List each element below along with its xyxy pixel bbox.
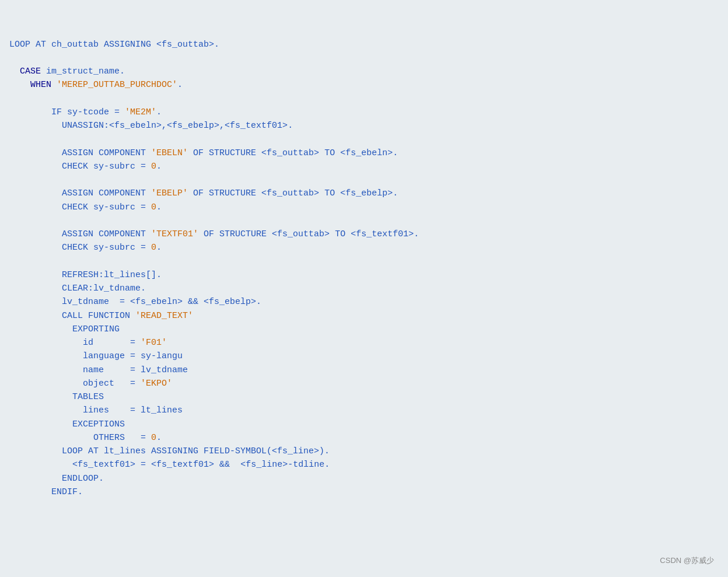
code-line: CHECK sy-subrc = 0. bbox=[9, 201, 719, 214]
code-line: WHEN 'MEREP_OUTTAB_PURCHDOC'. bbox=[9, 78, 719, 92]
code-line bbox=[9, 173, 719, 187]
code-line: <fs_textf01> = <fs_textf01> && <fs_line>… bbox=[9, 458, 719, 471]
code-line: EXCEPTIONS bbox=[9, 418, 719, 431]
code-line: LOOP AT ch_outtab ASSIGNING <fs_outtab>. bbox=[9, 38, 719, 51]
code-line: LOOP AT lt_lines ASSIGNING FIELD-SYMBOL(… bbox=[9, 445, 719, 458]
code-line bbox=[9, 92, 719, 106]
code-line bbox=[9, 51, 719, 65]
code-line bbox=[9, 214, 719, 228]
code-line: name = lv_tdname bbox=[9, 363, 719, 377]
code-line bbox=[9, 132, 719, 146]
code-container: LOOP AT ch_outtab ASSIGNING <fs_outtab>.… bbox=[9, 38, 719, 499]
code-line bbox=[9, 255, 719, 268]
code-line: language = sy-langu bbox=[9, 349, 719, 363]
code-line: ASSIGN COMPONENT 'EBELN' OF STRUCTURE <f… bbox=[9, 146, 719, 160]
code-line: ENDIF. bbox=[9, 485, 719, 499]
code-line: ASSIGN COMPONENT 'TEXTF01' OF STRUCTURE … bbox=[9, 228, 719, 241]
code-line: lv_tdname = <fs_ebeln> && <fs_ebelp>. bbox=[9, 295, 719, 309]
code-line: lines = lt_lines bbox=[9, 404, 719, 417]
code-line: OTHERS = 0. bbox=[9, 431, 719, 445]
code-line: UNASSIGN:<fs_ebeln>,<fs_ebelp>,<fs_textf… bbox=[9, 119, 719, 132]
code-line: IF sy-tcode = 'ME2M'. bbox=[9, 106, 719, 119]
code-block: LOOP AT ch_outtab ASSIGNING <fs_outtab>.… bbox=[9, 5, 719, 518]
code-line: CLEAR:lv_tdname. bbox=[9, 282, 719, 295]
code-line: TABLES bbox=[9, 390, 719, 404]
code-line: CHECK sy-subrc = 0. bbox=[9, 241, 719, 254]
code-line: ENDLOOP. bbox=[9, 472, 719, 485]
code-line: CHECK sy-subrc = 0. bbox=[9, 160, 719, 173]
code-line: CALL FUNCTION 'READ_TEXT' bbox=[9, 309, 719, 323]
code-line: CASE im_struct_name. bbox=[9, 65, 719, 78]
code-line: ASSIGN COMPONENT 'EBELP' OF STRUCTURE <f… bbox=[9, 187, 719, 200]
code-line: EXPORTING bbox=[9, 323, 719, 336]
code-line: REFRESH:lt_lines[]. bbox=[9, 268, 719, 282]
watermark: CSDN @苏威少 bbox=[660, 555, 714, 566]
code-line: object = 'EKPO' bbox=[9, 377, 719, 390]
code-line: id = 'F01' bbox=[9, 336, 719, 349]
